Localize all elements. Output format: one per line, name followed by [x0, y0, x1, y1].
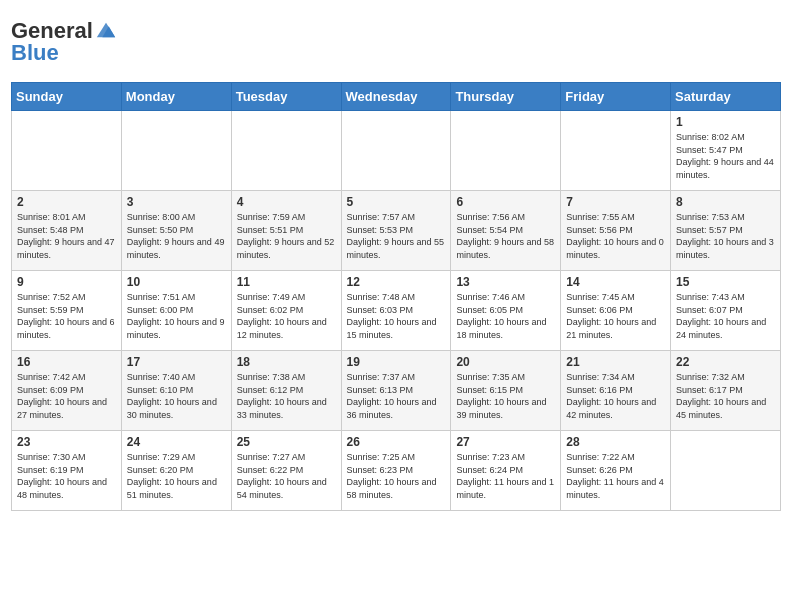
day-number: 6: [456, 195, 555, 209]
day-number: 21: [566, 355, 665, 369]
calendar-header-row: SundayMondayTuesdayWednesdayThursdayFrid…: [12, 83, 781, 111]
calendar-cell: [12, 111, 122, 191]
calendar-cell: 25Sunrise: 7:27 AM Sunset: 6:22 PM Dayli…: [231, 431, 341, 511]
day-number: 26: [347, 435, 446, 449]
day-number: 19: [347, 355, 446, 369]
day-info: Sunrise: 7:55 AM Sunset: 5:56 PM Dayligh…: [566, 211, 665, 261]
day-number: 13: [456, 275, 555, 289]
day-info: Sunrise: 7:25 AM Sunset: 6:23 PM Dayligh…: [347, 451, 446, 501]
day-number: 15: [676, 275, 775, 289]
calendar-cell: [451, 111, 561, 191]
calendar-cell: 23Sunrise: 7:30 AM Sunset: 6:19 PM Dayli…: [12, 431, 122, 511]
day-info: Sunrise: 7:22 AM Sunset: 6:26 PM Dayligh…: [566, 451, 665, 501]
calendar-table: SundayMondayTuesdayWednesdayThursdayFrid…: [11, 82, 781, 511]
calendar-cell: 17Sunrise: 7:40 AM Sunset: 6:10 PM Dayli…: [121, 351, 231, 431]
day-number: 1: [676, 115, 775, 129]
calendar-cell: 16Sunrise: 7:42 AM Sunset: 6:09 PM Dayli…: [12, 351, 122, 431]
calendar-cell: [121, 111, 231, 191]
day-header-monday: Monday: [121, 83, 231, 111]
calendar-cell: 24Sunrise: 7:29 AM Sunset: 6:20 PM Dayli…: [121, 431, 231, 511]
day-header-wednesday: Wednesday: [341, 83, 451, 111]
calendar-week-row: 1Sunrise: 8:02 AM Sunset: 5:47 PM Daylig…: [12, 111, 781, 191]
calendar-cell: 13Sunrise: 7:46 AM Sunset: 6:05 PM Dayli…: [451, 271, 561, 351]
calendar-week-row: 16Sunrise: 7:42 AM Sunset: 6:09 PM Dayli…: [12, 351, 781, 431]
day-number: 22: [676, 355, 775, 369]
day-number: 18: [237, 355, 336, 369]
calendar-cell: 3Sunrise: 8:00 AM Sunset: 5:50 PM Daylig…: [121, 191, 231, 271]
day-number: 23: [17, 435, 116, 449]
calendar-cell: 21Sunrise: 7:34 AM Sunset: 6:16 PM Dayli…: [561, 351, 671, 431]
calendar-cell: 6Sunrise: 7:56 AM Sunset: 5:54 PM Daylig…: [451, 191, 561, 271]
day-number: 12: [347, 275, 446, 289]
day-header-tuesday: Tuesday: [231, 83, 341, 111]
day-number: 3: [127, 195, 226, 209]
day-info: Sunrise: 7:37 AM Sunset: 6:13 PM Dayligh…: [347, 371, 446, 421]
calendar-cell: 8Sunrise: 7:53 AM Sunset: 5:57 PM Daylig…: [671, 191, 781, 271]
day-info: Sunrise: 7:49 AM Sunset: 6:02 PM Dayligh…: [237, 291, 336, 341]
calendar-cell: 7Sunrise: 7:55 AM Sunset: 5:56 PM Daylig…: [561, 191, 671, 271]
day-info: Sunrise: 7:40 AM Sunset: 6:10 PM Dayligh…: [127, 371, 226, 421]
day-info: Sunrise: 7:57 AM Sunset: 5:53 PM Dayligh…: [347, 211, 446, 261]
day-info: Sunrise: 7:42 AM Sunset: 6:09 PM Dayligh…: [17, 371, 116, 421]
day-info: Sunrise: 7:43 AM Sunset: 6:07 PM Dayligh…: [676, 291, 775, 341]
day-info: Sunrise: 7:48 AM Sunset: 6:03 PM Dayligh…: [347, 291, 446, 341]
day-number: 10: [127, 275, 226, 289]
day-number: 25: [237, 435, 336, 449]
day-header-friday: Friday: [561, 83, 671, 111]
day-number: 11: [237, 275, 336, 289]
day-info: Sunrise: 7:52 AM Sunset: 5:59 PM Dayligh…: [17, 291, 116, 341]
calendar-cell: 10Sunrise: 7:51 AM Sunset: 6:00 PM Dayli…: [121, 271, 231, 351]
day-number: 14: [566, 275, 665, 289]
day-info: Sunrise: 7:34 AM Sunset: 6:16 PM Dayligh…: [566, 371, 665, 421]
day-info: Sunrise: 7:30 AM Sunset: 6:19 PM Dayligh…: [17, 451, 116, 501]
day-info: Sunrise: 7:29 AM Sunset: 6:20 PM Dayligh…: [127, 451, 226, 501]
calendar-cell: 2Sunrise: 8:01 AM Sunset: 5:48 PM Daylig…: [12, 191, 122, 271]
calendar-cell: 5Sunrise: 7:57 AM Sunset: 5:53 PM Daylig…: [341, 191, 451, 271]
day-number: 20: [456, 355, 555, 369]
day-number: 9: [17, 275, 116, 289]
calendar-cell: 28Sunrise: 7:22 AM Sunset: 6:26 PM Dayli…: [561, 431, 671, 511]
calendar-cell: [561, 111, 671, 191]
calendar-cell: 11Sunrise: 7:49 AM Sunset: 6:02 PM Dayli…: [231, 271, 341, 351]
day-info: Sunrise: 7:45 AM Sunset: 6:06 PM Dayligh…: [566, 291, 665, 341]
day-number: 28: [566, 435, 665, 449]
calendar-cell: 22Sunrise: 7:32 AM Sunset: 6:17 PM Dayli…: [671, 351, 781, 431]
calendar-cell: 27Sunrise: 7:23 AM Sunset: 6:24 PM Dayli…: [451, 431, 561, 511]
day-info: Sunrise: 7:23 AM Sunset: 6:24 PM Dayligh…: [456, 451, 555, 501]
day-number: 17: [127, 355, 226, 369]
calendar-cell: 1Sunrise: 8:02 AM Sunset: 5:47 PM Daylig…: [671, 111, 781, 191]
day-info: Sunrise: 7:51 AM Sunset: 6:00 PM Dayligh…: [127, 291, 226, 341]
page-header: General Blue: [11, 10, 781, 74]
calendar-cell: [341, 111, 451, 191]
calendar-week-row: 23Sunrise: 7:30 AM Sunset: 6:19 PM Dayli…: [12, 431, 781, 511]
calendar-cell: [671, 431, 781, 511]
day-header-thursday: Thursday: [451, 83, 561, 111]
day-number: 7: [566, 195, 665, 209]
calendar-cell: 14Sunrise: 7:45 AM Sunset: 6:06 PM Dayli…: [561, 271, 671, 351]
day-info: Sunrise: 7:56 AM Sunset: 5:54 PM Dayligh…: [456, 211, 555, 261]
calendar-cell: 26Sunrise: 7:25 AM Sunset: 6:23 PM Dayli…: [341, 431, 451, 511]
calendar-cell: 20Sunrise: 7:35 AM Sunset: 6:15 PM Dayli…: [451, 351, 561, 431]
day-number: 4: [237, 195, 336, 209]
page-container: General Blue SundayMondayTuesdayWednesda…: [11, 10, 781, 511]
day-number: 2: [17, 195, 116, 209]
calendar-cell: 19Sunrise: 7:37 AM Sunset: 6:13 PM Dayli…: [341, 351, 451, 431]
day-info: Sunrise: 8:02 AM Sunset: 5:47 PM Dayligh…: [676, 131, 775, 181]
day-number: 8: [676, 195, 775, 209]
day-info: Sunrise: 7:35 AM Sunset: 6:15 PM Dayligh…: [456, 371, 555, 421]
calendar-cell: 4Sunrise: 7:59 AM Sunset: 5:51 PM Daylig…: [231, 191, 341, 271]
day-header-sunday: Sunday: [12, 83, 122, 111]
calendar-cell: 18Sunrise: 7:38 AM Sunset: 6:12 PM Dayli…: [231, 351, 341, 431]
logo: General Blue: [11, 18, 117, 66]
logo-icon: [95, 19, 117, 41]
day-info: Sunrise: 7:59 AM Sunset: 5:51 PM Dayligh…: [237, 211, 336, 261]
day-info: Sunrise: 8:00 AM Sunset: 5:50 PM Dayligh…: [127, 211, 226, 261]
day-number: 5: [347, 195, 446, 209]
calendar-cell: 12Sunrise: 7:48 AM Sunset: 6:03 PM Dayli…: [341, 271, 451, 351]
day-info: Sunrise: 7:32 AM Sunset: 6:17 PM Dayligh…: [676, 371, 775, 421]
day-info: Sunrise: 7:38 AM Sunset: 6:12 PM Dayligh…: [237, 371, 336, 421]
calendar-cell: 15Sunrise: 7:43 AM Sunset: 6:07 PM Dayli…: [671, 271, 781, 351]
calendar-cell: 9Sunrise: 7:52 AM Sunset: 5:59 PM Daylig…: [12, 271, 122, 351]
day-number: 24: [127, 435, 226, 449]
day-header-saturday: Saturday: [671, 83, 781, 111]
